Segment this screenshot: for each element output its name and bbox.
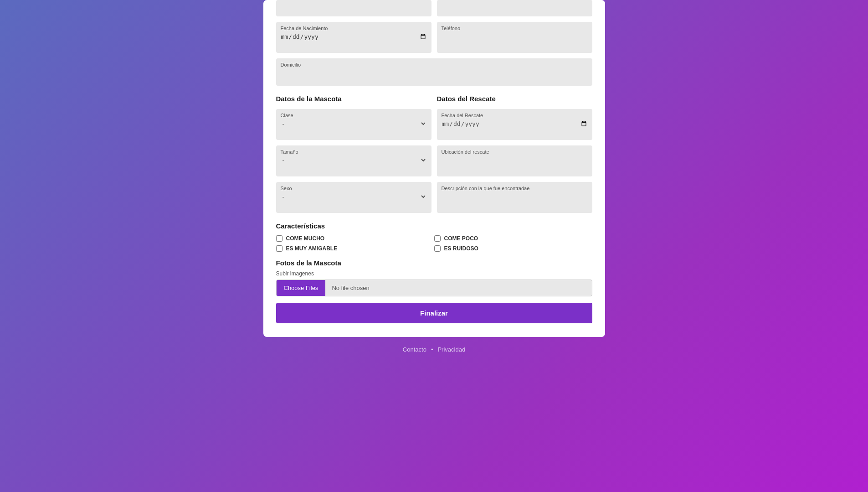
domicilio-label: Domicilio: [281, 62, 588, 67]
domicilio-box: Domicilio: [276, 58, 592, 86]
ubicacion-rescate-label: Ubicación del rescate: [442, 149, 588, 155]
ubicacion-rescate-box: Ubicación del rescate: [437, 145, 592, 176]
checkbox-come-mucho-input[interactable]: [276, 235, 282, 242]
checkbox-come-mucho-label: COME MUCHO: [286, 235, 325, 242]
domicilio-input[interactable]: [281, 69, 588, 76]
fecha-nacimiento-group: Fecha de Nacimiento: [276, 22, 431, 53]
checkboxes-left: COME MUCHO ES MUY AMIGABLE: [276, 235, 434, 252]
datos-rescate-title: Datos del Rescate: [437, 95, 592, 103]
checkbox-es-ruidoso-label: ES RUIDOSO: [444, 245, 478, 252]
tamano-label: Tamaño: [281, 149, 427, 155]
footer-contacto-link[interactable]: Contacto: [403, 346, 426, 353]
footer-privacidad-link[interactable]: Privacidad: [437, 346, 465, 353]
checkbox-es-muy-amigable[interactable]: ES MUY AMIGABLE: [276, 245, 434, 252]
sexo-group: Sexo - Macho Hembra: [276, 182, 431, 213]
clase-select[interactable]: - Perro Gato Otro: [281, 120, 427, 128]
checkbox-es-ruidoso[interactable]: ES RUIDOSO: [434, 245, 592, 252]
caracteristicas-section: Características COME MUCHO ES MUY AMIGAB…: [276, 222, 592, 252]
fecha-rescate-input[interactable]: [442, 120, 588, 128]
sexo-label: Sexo: [281, 186, 427, 191]
no-file-text: No file chosen: [325, 280, 591, 296]
fecha-nacimiento-input[interactable]: [281, 33, 427, 41]
checkbox-es-ruidoso-input[interactable]: [434, 245, 441, 252]
fecha-rescate-group: Fecha del Rescate: [437, 109, 592, 140]
subir-label: Subir imagenes: [276, 270, 592, 277]
telefono-group: Teléfono: [437, 22, 592, 53]
checkbox-es-muy-amigable-label: ES MUY AMIGABLE: [286, 245, 338, 252]
footer: Contacto • Privacidad: [403, 346, 465, 362]
top-stub-row: [276, 0, 592, 16]
descripcion-label: Descripción con la que fue encontradae: [442, 186, 588, 191]
stub-field-1: [276, 0, 431, 16]
telefono-box: Teléfono: [437, 22, 592, 53]
ubicacion-rescate-group: Ubicación del rescate: [437, 145, 592, 176]
finalizar-button[interactable]: Finalizar: [276, 303, 592, 323]
stub-field-2: [437, 0, 592, 16]
clase-box: Clase - Perro Gato Otro: [276, 109, 431, 140]
checkbox-come-poco[interactable]: COME POCO: [434, 235, 592, 242]
descripcion-box: Descripción con la que fue encontradae: [437, 182, 592, 213]
mascota-rescate-row1: Clase - Perro Gato Otro Fecha del Rescat…: [276, 109, 592, 140]
fecha-nacimiento-box: Fecha de Nacimiento: [276, 22, 431, 53]
clase-group: Clase - Perro Gato Otro: [276, 109, 431, 140]
descripcion-textarea[interactable]: [442, 193, 588, 209]
telefono-label: Teléfono: [442, 26, 588, 31]
fotos-title: Fotos de la Mascota: [276, 259, 592, 267]
fecha-nacimiento-label: Fecha de Nacimiento: [281, 26, 427, 31]
checkbox-come-poco-input[interactable]: [434, 235, 441, 242]
descripcion-group: Descripción con la que fue encontradae: [437, 182, 592, 213]
checkboxes-right: COME POCO ES RUIDOSO: [434, 235, 592, 252]
section-headers: Datos de la Mascota Datos del Rescate: [276, 95, 592, 103]
domicilio-group: Domicilio: [276, 58, 592, 86]
file-input-wrapper: Choose Files No file chosen: [276, 280, 592, 296]
datos-mascota-title: Datos de la Mascota: [276, 95, 431, 103]
checkbox-come-mucho[interactable]: COME MUCHO: [276, 235, 434, 242]
mascota-rescate-row3: Sexo - Macho Hembra Descripción con la q…: [276, 182, 592, 213]
main-form-card: Fecha de Nacimiento Teléfono Domicilio D…: [263, 0, 605, 337]
fecha-rescate-label: Fecha del Rescate: [442, 113, 588, 118]
clase-label: Clase: [281, 113, 427, 118]
sexo-box: Sexo - Macho Hembra: [276, 182, 431, 213]
mascota-rescate-row2: Tamaño - Pequeño Mediano Grande Ubicació…: [276, 145, 592, 176]
choose-files-button[interactable]: Choose Files: [277, 280, 326, 296]
checkbox-come-poco-label: COME POCO: [444, 235, 478, 242]
checkbox-es-muy-amigable-input[interactable]: [276, 245, 282, 252]
sexo-select[interactable]: - Macho Hembra: [281, 193, 427, 201]
ubicacion-rescate-input[interactable]: [442, 156, 588, 163]
fotos-section: Fotos de la Mascota Subir imagenes Choos…: [276, 259, 592, 296]
caracteristicas-title: Características: [276, 222, 592, 230]
tamano-box: Tamaño - Pequeño Mediano Grande: [276, 145, 431, 176]
footer-dot: •: [431, 346, 433, 353]
telefono-input[interactable]: [442, 33, 588, 40]
tamano-group: Tamaño - Pequeño Mediano Grande: [276, 145, 431, 176]
tamano-select[interactable]: - Pequeño Mediano Grande: [281, 156, 427, 164]
fecha-rescate-box: Fecha del Rescate: [437, 109, 592, 140]
fecha-telefono-row: Fecha de Nacimiento Teléfono: [276, 22, 592, 53]
checkboxes-row: COME MUCHO ES MUY AMIGABLE COME POCO ES …: [276, 235, 592, 252]
